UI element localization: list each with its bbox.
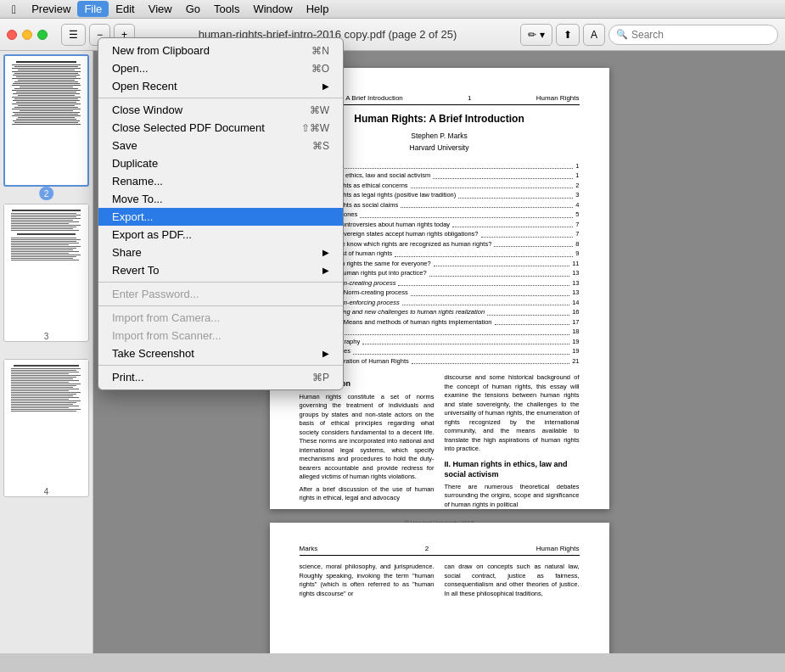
toc-page-18: 19 <box>572 338 579 347</box>
share-icon: ⬆ <box>564 29 572 41</box>
view-menu[interactable]: View <box>142 1 179 17</box>
header-right-1: Human Rights <box>536 93 580 103</box>
menu-sep-4 <box>98 365 343 366</box>
section2-text: There are numerous theoretical debates s… <box>445 483 580 510</box>
page2-col1-text: science, moral philosophy, and jurisprud… <box>300 563 435 598</box>
pen-icon: ✏ <box>528 29 536 41</box>
edit-menu[interactable]: Edit <box>109 1 141 17</box>
page-thumb-3[interactable]: 4 <box>3 359 89 497</box>
tools-menu[interactable]: Tools <box>207 1 246 17</box>
maximize-button[interactable] <box>37 30 48 40</box>
pdf-page-2-header: Marks 2 Human Rights <box>300 544 580 556</box>
search-box[interactable]: 🔍 <box>608 25 778 45</box>
save-shortcut: ⌘S <box>312 140 329 152</box>
page-thumbnail-img-3 <box>4 360 88 470</box>
toc-page-20: 21 <box>572 357 579 367</box>
toc-dots-14 <box>402 299 570 306</box>
toc-dots-15 <box>487 308 569 316</box>
toc-page-7: 7 <box>575 230 579 239</box>
window-menu[interactable]: Window <box>246 1 299 17</box>
menu-new-clipboard[interactable]: New from Clipboard ⌘N <box>98 42 343 59</box>
help-menu[interactable]: Help <box>300 1 336 17</box>
toc-page-19: 19 <box>572 347 579 356</box>
toc-page-9: 9 <box>575 249 579 259</box>
preview-menu[interactable]: Preview <box>25 1 77 17</box>
menu-open[interactable]: Open... ⌘O <box>98 59 343 77</box>
toc-dots-5 <box>360 210 573 218</box>
header-left-2: Marks <box>300 544 318 553</box>
search-icon: 🔍 <box>616 29 628 40</box>
menu-revert-to[interactable]: Revert To <box>98 261 343 279</box>
menu-sep-2 <box>98 282 343 283</box>
print-label: Print... <box>112 371 144 384</box>
open-label: Open... <box>112 62 149 75</box>
import-scanner-label: Import from Scanner... <box>112 329 221 342</box>
intro-text-1: Human rights constitute a set of norms g… <box>300 393 435 482</box>
menu-duplicate[interactable]: Duplicate <box>98 154 343 172</box>
page2-col2-text: can draw on concepts such as natural law… <box>445 563 580 598</box>
go-menu[interactable]: Go <box>179 1 207 17</box>
sidebar-icon: ☰ <box>69 29 78 41</box>
sidebar-toggle-button[interactable]: ☰ <box>61 24 86 46</box>
apple-menu[interactable]:  <box>3 1 25 18</box>
menu-enter-password: Enter Password... <box>98 285 343 303</box>
toc-dots-1 <box>433 171 573 179</box>
menu-share[interactable]: Share <box>98 244 343 261</box>
page-thumb-1[interactable]: 2 <box>3 54 89 187</box>
file-menu[interactable]: File <box>77 1 109 17</box>
share-label: Share <box>112 246 142 259</box>
menu-open-recent[interactable]: Open Recent <box>98 77 343 95</box>
menu-close-window[interactable]: Close Window ⌘W <box>98 101 343 119</box>
close-pdf-shortcut: ⇧⌘W <box>301 122 329 134</box>
search-input[interactable] <box>631 29 771 41</box>
toc-dots-9 <box>395 249 573 257</box>
menu-take-screenshot[interactable]: Take Screenshot <box>98 344 343 362</box>
section2-heading: II. Human rights in ethics, law and soci… <box>445 459 580 480</box>
annotate-dropdown-arrow: ▾ <box>540 29 545 41</box>
toc-page-5: 5 <box>575 210 579 220</box>
menu-save[interactable]: Save ⌘S <box>98 137 343 154</box>
toc-dots-3 <box>458 191 573 199</box>
toc-page-0: 1 <box>575 162 579 171</box>
print-shortcut: ⌘P <box>312 372 329 384</box>
menu-move-to[interactable]: Move To... <box>98 190 343 208</box>
menu-sep-1 <box>98 98 343 98</box>
menu-export-pdf[interactable]: Export as PDF... <box>98 226 343 244</box>
menu-close-pdf[interactable]: Close Selected PDF Document ⇧⌘W <box>98 119 343 137</box>
toc-page-8: 8 <box>575 240 579 249</box>
toc-label-16: Table 3: Means and methods of human righ… <box>320 318 492 328</box>
toc-dots-18 <box>362 338 569 345</box>
menu-import-scanner: Import from Scanner... <box>98 327 343 344</box>
close-window-label: Close Window <box>112 104 182 116</box>
markup-icon: A <box>591 29 597 41</box>
menu-rename[interactable]: Rename... <box>98 172 343 190</box>
save-label: Save <box>112 139 137 152</box>
toc-page-12: 13 <box>572 279 579 288</box>
toc-page-6: 7 <box>575 221 579 230</box>
close-button[interactable] <box>7 30 17 40</box>
open-recent-label: Open Recent <box>112 80 177 92</box>
toc-page-14: 14 <box>572 299 579 308</box>
toc-page-3: 3 <box>575 191 579 200</box>
move-to-label: Move To... <box>112 193 163 205</box>
toc-dots-0 <box>335 162 574 170</box>
toc-page-11: 13 <box>572 269 579 278</box>
toc-page-10: 11 <box>572 260 579 269</box>
minimize-button[interactable] <box>22 30 32 40</box>
menu-print[interactable]: Print... ⌘P <box>98 368 343 386</box>
toc-dots-16 <box>495 318 570 326</box>
menu-export[interactable]: Export... <box>98 208 343 226</box>
markup-button[interactable]: A <box>583 24 605 46</box>
take-screenshot-label: Take Screenshot <box>112 347 194 360</box>
annotate-button[interactable]: ✏ ▾ <box>520 24 552 46</box>
menu-import-camera: Import from Camera... <box>98 309 343 327</box>
page-thumb-2[interactable]: 3 <box>3 204 89 342</box>
toc-dots-12 <box>398 279 569 287</box>
toc-page-2: 2 <box>575 182 579 191</box>
page-badge-1: 2 <box>39 187 54 200</box>
toc-dots-2 <box>411 182 574 189</box>
share-button[interactable]: ⬆ <box>556 24 580 46</box>
toc-dots-19 <box>353 347 569 355</box>
toc-page-4: 4 <box>575 201 579 210</box>
toc-page-13: 13 <box>572 288 579 298</box>
